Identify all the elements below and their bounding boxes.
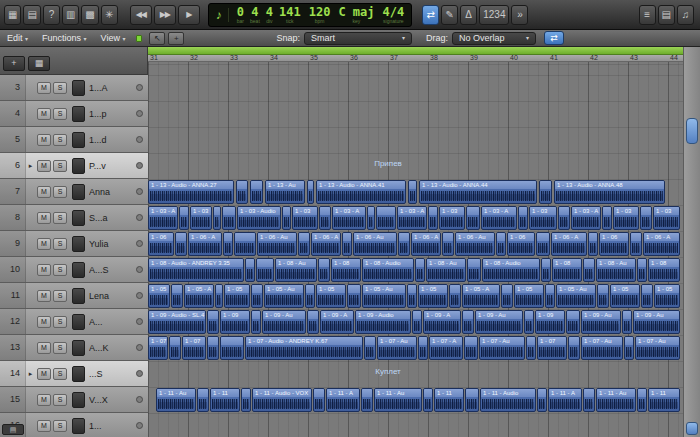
audio-region[interactable]: [207, 310, 219, 334]
record-enable-dot[interactable]: [136, 292, 143, 299]
audio-region[interactable]: [624, 336, 634, 360]
audio-region[interactable]: [637, 258, 647, 282]
audio-region[interactable]: 1 - 11: [648, 388, 680, 412]
disclosure-triangle-icon[interactable]: ▸: [26, 370, 35, 378]
audio-region[interactable]: 1 - 06: [507, 232, 535, 256]
mute-button[interactable]: M: [37, 368, 51, 380]
audio-region[interactable]: [449, 284, 461, 308]
audio-region[interactable]: [222, 206, 236, 230]
track-header-row[interactable]: 13MSA...K: [0, 335, 148, 361]
add-track-button[interactable]: +: [3, 56, 25, 71]
solo-button[interactable]: S: [53, 108, 67, 120]
track-header-row[interactable]: 6▸MSP...v: [0, 153, 148, 179]
audio-region[interactable]: 1 - 03: [292, 206, 318, 230]
audio-region[interactable]: 1 - 11 - Au: [596, 388, 636, 412]
audio-region[interactable]: 1 - 11: [434, 388, 464, 412]
mute-button[interactable]: M: [37, 212, 51, 224]
track-header-row[interactable]: 3MS1...A: [0, 75, 148, 101]
audio-region[interactable]: [462, 310, 474, 334]
audio-region[interactable]: [197, 388, 209, 412]
audio-region[interactable]: [313, 388, 325, 412]
record-enable-dot[interactable]: [136, 344, 143, 351]
audio-region[interactable]: [558, 206, 570, 230]
audio-region[interactable]: [568, 336, 580, 360]
solo-button[interactable]: S: [53, 134, 67, 146]
audio-region[interactable]: 1 - 03: [653, 206, 680, 230]
audio-region[interactable]: [250, 180, 263, 204]
audio-region[interactable]: 1 - 11 - Audio - VOX: [252, 388, 312, 412]
audio-region[interactable]: 1 - 05 - A: [462, 284, 500, 308]
audio-region[interactable]: 1 - 08 - Audio: [482, 258, 540, 282]
record-enable-dot[interactable]: [136, 370, 143, 377]
audio-region[interactable]: [640, 206, 652, 230]
mute-button[interactable]: M: [37, 394, 51, 406]
record-enable-dot[interactable]: [136, 214, 143, 221]
audio-region[interactable]: [467, 258, 481, 282]
mute-button[interactable]: M: [37, 316, 51, 328]
audio-region[interactable]: [418, 336, 428, 360]
audio-region[interactable]: [597, 284, 609, 308]
more-tools-button[interactable]: »: [511, 5, 528, 25]
audio-region[interactable]: 1 - 13 - Au: [265, 180, 305, 204]
audio-region[interactable]: [251, 284, 263, 308]
audio-region[interactable]: 1 - 06 - A: [188, 232, 222, 256]
audio-region[interactable]: [305, 284, 315, 308]
audio-region[interactable]: 1 - 07 - Au: [581, 336, 623, 360]
audio-region[interactable]: 1 - 03 - A: [571, 206, 601, 230]
audio-region[interactable]: [307, 180, 314, 204]
audio-region[interactable]: 1 - 06 - Au: [455, 232, 495, 256]
audio-region[interactable]: 1 - 13 - Audio - ANNA.41: [316, 180, 406, 204]
solo-button[interactable]: S: [53, 290, 67, 302]
audio-region[interactable]: [347, 284, 361, 308]
audio-region[interactable]: 1 - 11 - Au: [156, 388, 196, 412]
track-header-row[interactable]: 15MSV...X: [0, 387, 148, 413]
pencil-tool-button[interactable]: ✎: [441, 5, 458, 25]
help-button[interactable]: ?: [43, 5, 60, 25]
audio-region[interactable]: 1 - 09: [220, 310, 250, 334]
solo-button[interactable]: S: [53, 160, 67, 172]
audio-region[interactable]: [501, 284, 513, 308]
track-header-row[interactable]: 12MSA...: [0, 309, 148, 335]
solo-button[interactable]: S: [53, 420, 67, 432]
audio-region[interactable]: 1 - 07 - Au: [377, 336, 417, 360]
audio-region[interactable]: 1 - 11: [210, 388, 240, 412]
record-enable-dot[interactable]: [136, 188, 143, 195]
audio-region[interactable]: 1 - 03 - A: [148, 206, 178, 230]
audio-region[interactable]: 1 - 03: [529, 206, 557, 230]
audio-region[interactable]: 1 - 06 - A: [643, 232, 680, 256]
track-name[interactable]: A...: [89, 317, 136, 327]
audio-region[interactable]: 1 - 06 - A: [411, 232, 441, 256]
audio-region[interactable]: [364, 336, 376, 360]
audio-region[interactable]: [245, 258, 255, 282]
vertical-scrollbar-thumb[interactable]: [686, 118, 698, 144]
audio-region[interactable]: [630, 232, 642, 256]
audio-region[interactable]: 1 - 07: [537, 336, 567, 360]
audio-region[interactable]: [583, 258, 595, 282]
solo-button[interactable]: S: [53, 368, 67, 380]
track-header-row[interactable]: 7MSAnna: [0, 179, 148, 205]
audio-region[interactable]: 1 - 05: [514, 284, 544, 308]
audio-region[interactable]: 1 - 07 - Au: [635, 336, 680, 360]
audio-region[interactable]: 1 - 03 - A: [397, 206, 427, 230]
record-enable-dot[interactable]: [136, 266, 143, 273]
mute-button[interactable]: M: [37, 264, 51, 276]
audio-region[interactable]: [241, 388, 251, 412]
audio-region[interactable]: [171, 284, 183, 308]
audio-region[interactable]: 1 - 06 - A: [551, 232, 587, 256]
cycle-region-strip[interactable]: [148, 47, 683, 55]
solo-button[interactable]: S: [53, 342, 67, 354]
track-header-row[interactable]: 5MS1...d: [0, 127, 148, 153]
audio-region[interactable]: [442, 232, 454, 256]
audio-region[interactable]: [319, 206, 331, 230]
audio-region[interactable]: [342, 232, 352, 256]
record-enable-dot[interactable]: [136, 422, 143, 429]
audio-region[interactable]: [220, 336, 244, 360]
track-name[interactable]: A...S: [89, 265, 136, 275]
audio-region[interactable]: 1 - 06 - A: [311, 232, 341, 256]
audio-region[interactable]: [251, 310, 261, 334]
audio-region[interactable]: 1 - 09 - A: [320, 310, 354, 334]
mute-button[interactable]: M: [37, 290, 51, 302]
record-enable-dot[interactable]: [136, 162, 143, 169]
track-header-row[interactable]: 9MSYulia: [0, 231, 148, 257]
bar-ruler[interactable]: 3132333435363738394041424344: [148, 55, 683, 62]
